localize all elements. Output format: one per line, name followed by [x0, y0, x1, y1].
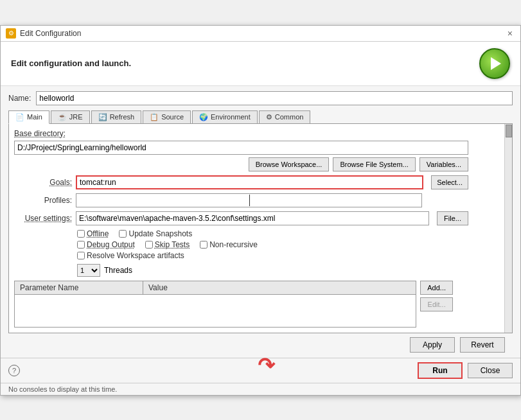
table-header: Parameter Name Value	[15, 281, 416, 295]
checkbox-row-1: Offline Update Snapshots	[77, 229, 453, 238]
update-snapshots-checkbox-label[interactable]: Update Snapshots	[119, 229, 192, 238]
footer-left: ?	[8, 365, 20, 376]
skip-tests-label: Skip Tests	[155, 240, 190, 249]
parameter-table: Parameter Name Value	[14, 281, 416, 328]
main-tab-label: Main	[27, 113, 42, 121]
threads-select[interactable]: 1 2 4	[77, 264, 100, 277]
tab-common[interactable]: ⚙ Common	[259, 110, 311, 123]
threads-row: 1 2 4 Threads	[77, 264, 468, 277]
jre-tab-label: JRE	[69, 113, 83, 121]
base-directory-label: Base directory:	[14, 129, 66, 138]
scroll-thumb[interactable]	[506, 125, 512, 137]
select-button[interactable]: Select...	[431, 175, 468, 189]
source-tab-icon: 📋	[150, 113, 159, 121]
annotation-arrow: ↷	[258, 353, 275, 378]
edit-configuration-dialog: ⚙ Edit Configuration × Edit configuratio…	[0, 25, 521, 396]
tab-bar: 📄 Main ☕ JRE 🔄 Refresh 📋 Source 🌍 Enviro…	[8, 110, 513, 124]
tab-environment[interactable]: 🌍 Environment	[192, 110, 258, 123]
tab-source[interactable]: 📋 Source	[143, 110, 191, 123]
title-bar: ⚙ Edit Configuration ×	[1, 26, 520, 42]
table-side-buttons: Add... Edit...	[420, 281, 453, 328]
main-content: Name: 📄 Main ☕ JRE 🔄 Refresh 📋 Source �	[1, 86, 520, 358]
edit-button[interactable]: Edit...	[420, 297, 453, 311]
checkbox-row-2: Debug Output Skip Tests Non-recursive	[77, 240, 453, 249]
cursor-indicator	[249, 195, 250, 206]
update-snapshots-checkbox[interactable]	[119, 230, 127, 238]
close-button[interactable]: ×	[505, 28, 515, 39]
name-label: Name:	[8, 94, 31, 103]
debug-output-checkbox[interactable]	[77, 241, 85, 249]
browse-filesystem-button[interactable]: Browse File System...	[333, 157, 415, 171]
table-body	[15, 295, 416, 327]
checkboxes-section: Offline Update Snapshots Debug Output	[77, 229, 453, 260]
debug-output-label: Debug Output	[87, 240, 135, 249]
checkbox-row-3: Resolve Workspace artifacts	[77, 251, 453, 260]
base-directory-input[interactable]	[14, 141, 468, 155]
revert-button[interactable]: Revert	[460, 337, 505, 353]
common-tab-label: Common	[275, 113, 304, 121]
profiles-row: Profiles:	[14, 193, 468, 207]
offline-label: Offline	[87, 229, 109, 238]
header-title: Edit configuration and launch.	[11, 58, 131, 68]
offline-checkbox-label[interactable]: Offline	[77, 229, 109, 238]
base-directory-label-row: Base directory:	[14, 129, 468, 138]
param-name-header: Parameter Name	[15, 281, 143, 294]
title-bar-left: ⚙ Edit Configuration	[6, 28, 81, 39]
tab-main[interactable]: 📄 Main	[8, 110, 49, 124]
goals-input[interactable]	[76, 175, 423, 189]
goals-input-wrapper	[76, 175, 423, 189]
goals-row: Goals: Select...	[14, 175, 468, 189]
scroll-bar[interactable]	[504, 124, 512, 333]
debug-output-checkbox-label[interactable]: Debug Output	[77, 240, 135, 249]
non-recursive-label: Non-recursive	[209, 240, 258, 249]
goals-label: Goals:	[14, 178, 72, 187]
non-recursive-checkbox-label[interactable]: Non-recursive	[200, 240, 258, 249]
browse-workspace-button[interactable]: Browse Workspace...	[249, 157, 330, 171]
name-input[interactable]	[36, 91, 513, 105]
parameter-table-area: Parameter Name Value Add... Edit...	[14, 281, 453, 328]
resolve-workspace-checkbox-label[interactable]: Resolve Workspace artifacts	[77, 251, 184, 260]
main-panel: Base directory: Browse Workspace... Brow…	[8, 124, 513, 333]
tab-refresh[interactable]: 🔄 Refresh	[91, 110, 142, 123]
status-bar: No consoles to display at this time.	[1, 383, 520, 395]
tab-jre[interactable]: ☕ JRE	[51, 110, 90, 123]
skip-tests-checkbox[interactable]	[145, 241, 153, 249]
footer: ? ↷ Run Close	[1, 358, 520, 383]
jre-tab-icon: ☕	[58, 113, 67, 121]
file-button[interactable]: File...	[437, 211, 468, 225]
update-snapshots-label: Update Snapshots	[128, 229, 192, 238]
refresh-tab-label: Refresh	[110, 113, 135, 121]
status-text: No consoles to display at this time.	[8, 385, 117, 393]
resolve-workspace-label: Resolve Workspace artifacts	[87, 251, 184, 260]
apply-button[interactable]: Apply	[410, 337, 455, 353]
header-section: Edit configuration and launch.	[1, 42, 520, 86]
help-icon[interactable]: ?	[8, 365, 20, 376]
param-value-header: Value	[143, 281, 416, 294]
common-tab-icon: ⚙	[266, 113, 272, 121]
play-button[interactable]	[479, 48, 510, 79]
dialog-icon: ⚙	[6, 28, 16, 39]
user-settings-label: User settings:	[14, 214, 72, 223]
base-directory-row	[14, 141, 468, 155]
user-settings-row: User settings: File...	[14, 211, 468, 225]
resolve-workspace-checkbox[interactable]	[77, 252, 85, 259]
add-button[interactable]: Add...	[420, 281, 453, 295]
browse-buttons-row: Browse Workspace... Browse File System..…	[14, 157, 468, 171]
footer-buttons: Run Close	[418, 362, 513, 379]
dialog-title: Edit Configuration	[20, 29, 81, 38]
user-settings-input[interactable]	[76, 211, 429, 225]
threads-label: Threads	[104, 266, 132, 275]
profiles-label: Profiles:	[14, 196, 72, 205]
refresh-tab-icon: 🔄	[98, 113, 107, 121]
non-recursive-checkbox[interactable]	[200, 241, 208, 249]
skip-tests-checkbox-label[interactable]: Skip Tests	[145, 240, 190, 249]
variables-button[interactable]: Variables...	[419, 157, 468, 171]
name-row: Name:	[8, 91, 513, 105]
environment-tab-icon: 🌍	[199, 113, 208, 121]
apply-revert-row: Apply Revert	[8, 333, 513, 353]
environment-tab-label: Environment	[211, 113, 251, 121]
run-button[interactable]: Run	[418, 362, 463, 379]
close-dialog-button[interactable]: Close	[468, 363, 513, 378]
main-tab-icon: 📄	[15, 113, 24, 121]
offline-checkbox[interactable]	[77, 230, 85, 238]
